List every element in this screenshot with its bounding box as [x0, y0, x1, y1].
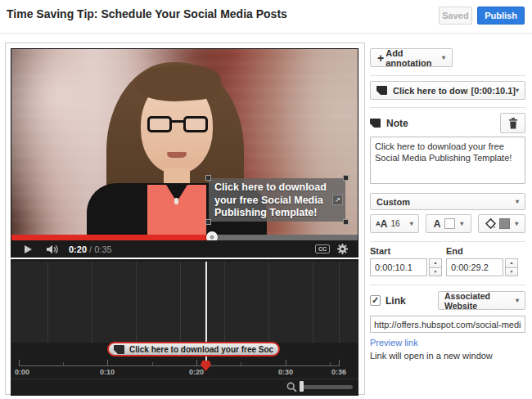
font-size-icon: A — [381, 218, 388, 230]
resize-handle-top-left[interactable] — [205, 175, 211, 181]
progress-bar[interactable] — [11, 235, 358, 240]
link-type-value: Associated Website — [444, 291, 511, 311]
text-color-icon: A — [434, 218, 441, 230]
chevron-down-icon: ▾ — [515, 220, 518, 227]
panel-divider — [370, 241, 525, 242]
background-color-dropdown[interactable]: ▾ — [478, 214, 525, 233]
annotation-editor-page: Time Saving Tip: Schedule Your Social Me… — [0, 0, 532, 399]
start-label: Start — [370, 246, 390, 256]
progress-fill — [11, 235, 212, 240]
font-size-value: 16 — [390, 219, 399, 228]
video-frame: Click here to download your free Social … — [11, 49, 358, 235]
resize-handle-top-right[interactable] — [343, 175, 349, 181]
player-container: Click here to download your free Social … — [5, 43, 365, 395]
step-up-button[interactable]: ▲ — [429, 258, 442, 267]
add-annotation-button[interactable]: + Add annotation ▾ — [370, 48, 453, 67]
end-time-stepper: ▲ ▼ — [505, 258, 518, 276]
zoom-slider-handle[interactable] — [300, 381, 304, 392]
annotation-settings-panel: + Add annotation ▾ Click here to downloa… — [370, 43, 525, 361]
trash-icon — [508, 118, 518, 129]
delete-annotation-button[interactable] — [500, 113, 525, 133]
note-icon — [376, 86, 387, 95]
font-controls-row: A A 16 ▾ A ▾ ▾ — [370, 214, 525, 233]
time-range-inputs: ▲ ▼ ▲ ▼ — [370, 258, 525, 276]
link-url-input[interactable] — [370, 316, 525, 333]
annotation-selector-label: Click here to download you... — [393, 86, 468, 96]
external-link-icon: ↗ — [332, 195, 343, 205]
note-text-input[interactable]: Click here to download your free Social … — [370, 137, 525, 184]
font-size-dropdown[interactable]: A A 16 ▾ — [370, 214, 419, 233]
chevron-down-icon: ▾ — [516, 198, 519, 205]
end-time-input[interactable] — [446, 258, 503, 276]
presenter-glasses — [147, 116, 208, 134]
annotation-overlay-text: Click here to download your free Social … — [214, 182, 327, 218]
time-separator: / — [87, 244, 94, 254]
tick-label: 0:36 — [331, 368, 346, 376]
duration: 0:35 — [94, 244, 111, 254]
current-time: 0:20 — [69, 244, 87, 254]
note-header-label: Note — [386, 118, 408, 129]
tick-label: 0:30 — [278, 368, 293, 376]
header-divider — [0, 33, 532, 34]
link-type-dropdown[interactable]: Associated Website ▾ — [438, 291, 525, 310]
start-time-input[interactable] — [370, 258, 427, 276]
link-checkbox[interactable]: ✓ — [370, 295, 381, 306]
play-button[interactable] — [25, 245, 32, 253]
note-header-row: Note — [370, 113, 525, 133]
tick-label: 0:20 — [189, 368, 204, 376]
captions-button[interactable]: CC — [315, 244, 330, 253]
text-color-dropdown[interactable]: A ▾ — [426, 214, 472, 233]
zoom-magnifier-icon — [286, 382, 297, 392]
video-player[interactable]: Click here to download your free Social … — [11, 48, 358, 258]
panel-divider — [370, 285, 525, 285]
timeline-ruler — [19, 365, 340, 366]
step-down-button[interactable]: ▼ — [505, 267, 518, 277]
player-controls: 0:20 / 0:35 CC — [11, 240, 358, 258]
end-label: End — [446, 246, 463, 256]
panel-divider — [370, 107, 525, 108]
resize-handle-bottom-left[interactable] — [205, 219, 211, 225]
step-up-button[interactable]: ▲ — [505, 258, 518, 267]
annotation-selector-time: [0:00:10.1] — [471, 86, 516, 96]
timeline-zoom-row — [11, 379, 358, 396]
start-time-stepper: ▲ ▼ — [429, 258, 442, 276]
panel-divider — [370, 75, 525, 76]
time-range-labels: Start End — [370, 246, 525, 256]
text-color-swatch — [444, 218, 455, 229]
page-title: Time Saving Tip: Schedule Your Social Me… — [7, 7, 287, 20]
resize-handle-bottom-right[interactable] — [343, 219, 349, 225]
link-row: ✓ Link Associated Website ▾ — [370, 291, 525, 310]
time-display: 0:20 / 0:35 — [69, 244, 112, 254]
note-icon — [370, 119, 381, 128]
style-preset-dropdown[interactable]: Custom ▾ — [370, 193, 525, 210]
link-label: Link — [385, 295, 406, 307]
paint-bucket-icon — [485, 218, 496, 229]
annotation-selector-dropdown[interactable]: Click here to download you... [0:00:10.1… — [370, 81, 525, 100]
step-down-button[interactable]: ▼ — [429, 267, 442, 277]
annotation-overlay[interactable]: Click here to download your free Social … — [209, 178, 345, 222]
add-annotation-label: Add annotation — [385, 48, 437, 68]
chevron-down-icon: ▾ — [516, 87, 519, 94]
chevron-down-icon: ▾ — [410, 220, 413, 227]
note-icon — [114, 345, 124, 354]
tick-label: 0:00 — [15, 368, 29, 376]
tick-label: 0:10 — [100, 368, 115, 376]
settings-gear-icon[interactable] — [337, 244, 348, 254]
plus-icon: + — [377, 52, 384, 65]
timeline-annotation-bar[interactable]: Click here to download your free Social … — [107, 342, 280, 356]
chevron-down-icon: ▾ — [442, 54, 445, 61]
publish-button[interactable]: Publish — [477, 7, 525, 25]
chevron-down-icon: ▾ — [460, 220, 463, 227]
volume-icon[interactable] — [47, 244, 59, 254]
presenter-necklace — [174, 198, 178, 204]
zoom-slider-track[interactable] — [300, 385, 353, 389]
background-color-swatch — [499, 218, 510, 229]
saved-button[interactable]: Saved — [439, 7, 472, 25]
preview-link[interactable]: Preview link — [370, 338, 525, 347]
style-preset-value: Custom — [376, 197, 410, 207]
annotation-timeline[interactable]: Click here to download your free Social … — [11, 259, 358, 396]
link-open-note: Link will open in a new window — [370, 351, 525, 361]
presenter-mouth — [167, 152, 187, 158]
chevron-down-icon: ▾ — [516, 297, 519, 304]
timeline-annotation-label: Click here to download your free Social … — [129, 345, 273, 354]
